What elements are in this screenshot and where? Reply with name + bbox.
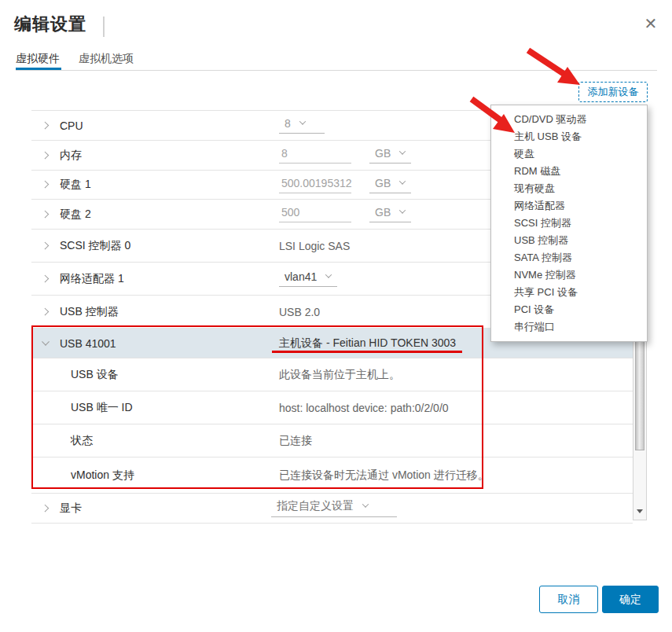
red-arrow-to-add-button — [528, 50, 580, 85]
table-row-video-card: 显卡 指定自定义设置 — [31, 494, 633, 524]
title-divider — [103, 17, 105, 37]
chevron-down-icon — [399, 207, 406, 213]
menu-item-sata-controller[interactable]: SATA 控制器 — [491, 249, 647, 266]
row-label: USB 唯一 ID — [71, 391, 133, 424]
cancel-button[interactable]: 取消 — [539, 586, 598, 613]
row-label: vMotion 支持 — [71, 457, 134, 493]
disk1-size-input[interactable]: 500.00195312 — [279, 177, 351, 193]
tab-vm-options[interactable]: 虚拟机选项 — [79, 52, 134, 66]
row-label: USB 41001 — [60, 329, 116, 358]
menu-item-scsi-controller[interactable]: SCSI 控制器 — [491, 215, 647, 232]
chevron-down-icon — [399, 148, 406, 154]
table-row-usb-device: USB 设备 此设备当前位于主机上。 — [31, 358, 633, 391]
row-label: 硬盘 2 — [60, 200, 91, 229]
chevron-down-icon — [399, 178, 406, 184]
row-label: 内存 — [60, 141, 82, 170]
row-label: 硬盘 1 — [60, 171, 91, 199]
add-device-menu: CD/DVD 驱动器 主机 USB 设备 硬盘 RDM 磁盘 现有硬盘 网络适配… — [490, 105, 648, 342]
usb-device-value: 主机设备 - Feitian HID TOKEN 3003 — [279, 336, 456, 351]
chevron-right-icon[interactable] — [41, 241, 50, 249]
memory-unit-select[interactable]: GB — [369, 147, 411, 164]
chevron-down-icon — [362, 501, 369, 507]
video-settings-select[interactable]: 指定自定义设置 — [271, 499, 397, 517]
row-label: CPU — [60, 111, 83, 140]
network-select[interactable]: vlan41 — [279, 270, 337, 287]
chevron-right-icon[interactable] — [41, 503, 50, 512]
row-label: 显卡 — [60, 494, 82, 523]
disk2-unit-select[interactable]: GB — [369, 206, 411, 222]
cpu-count-select[interactable]: 8 — [279, 117, 325, 134]
row-label: 网络适配器 1 — [60, 263, 124, 295]
chevron-down-icon — [325, 271, 332, 277]
chevron-down-icon — [299, 118, 306, 124]
row-label: USB 设备 — [71, 358, 119, 391]
tab-virtual-hardware[interactable]: 虚拟硬件 — [16, 52, 60, 66]
row-value: host: localhost device: path:0/2/0/0 — [279, 402, 449, 414]
menu-item-existing-disk[interactable]: 现有硬盘 — [491, 180, 647, 197]
menu-item-hard-disk[interactable]: 硬盘 — [491, 145, 647, 163]
disk2-size-input[interactable]: 500 — [279, 206, 351, 222]
page-title: 编辑设置 — [14, 13, 86, 36]
menu-item-host-usb-device[interactable]: 主机 USB 设备 — [491, 128, 647, 145]
table-row-vmotion-support: vMotion 支持 已连接设备时无法通过 vMotion 进行迁移。 — [31, 457, 633, 494]
memory-size-input[interactable]: 8 — [279, 147, 351, 164]
menu-item-rdm-disk[interactable]: RDM 磁盘 — [491, 163, 647, 180]
edit-settings-dialog: 编辑设置 ✕ 虚拟硬件 虚拟机选项 添加新设备 CPU 8 内存 8 GB 硬盘… — [0, 0, 672, 632]
add-device-button[interactable]: 添加新设备 — [578, 82, 648, 102]
close-icon[interactable]: ✕ — [640, 13, 662, 35]
table-row-status: 状态 已连接 — [31, 424, 633, 457]
menu-item-nvme-controller[interactable]: NVMe 控制器 — [491, 266, 647, 284]
scrollbar-down-arrow-icon[interactable] — [637, 509, 643, 513]
menu-item-serial-port[interactable]: 串行端口 — [491, 318, 647, 336]
chevron-right-icon[interactable] — [41, 180, 50, 189]
row-value: 已连接设备时无法通过 vMotion 进行迁移。 — [279, 468, 489, 483]
disk1-unit-select[interactable]: GB — [369, 177, 411, 193]
menu-item-pci-device[interactable]: PCI 设备 — [491, 301, 647, 318]
chevron-right-icon[interactable] — [41, 274, 50, 282]
ok-button[interactable]: 确定 — [602, 586, 659, 613]
row-label: SCSI 控制器 0 — [60, 230, 130, 262]
row-value: LSI Logic SAS — [279, 240, 350, 252]
menu-item-usb-controller[interactable]: USB 控制器 — [491, 232, 647, 249]
table-row-usb-unique-id: USB 唯一 ID host: localhost device: path:0… — [31, 391, 633, 424]
chevron-right-icon[interactable] — [41, 209, 50, 218]
chevron-right-icon[interactable] — [41, 150, 50, 159]
chevron-right-icon[interactable] — [41, 307, 50, 315]
menu-item-shared-pci-device[interactable]: 共享 PCI 设备 — [491, 284, 647, 301]
row-label: USB 控制器 — [60, 296, 119, 328]
menu-item-network-adapter[interactable]: 网络适配器 — [491, 197, 647, 215]
row-value: USB 2.0 — [279, 306, 320, 318]
menu-item-cdvd[interactable]: CD/DVD 驱动器 — [491, 111, 647, 128]
tabs-divider — [16, 70, 657, 71]
chevron-right-icon[interactable] — [41, 120, 50, 129]
chevron-down-icon[interactable] — [41, 337, 50, 346]
status-value: 已连接 — [279, 434, 312, 448]
row-value: 此设备当前位于主机上。 — [279, 368, 400, 382]
row-label: 状态 — [71, 424, 93, 457]
